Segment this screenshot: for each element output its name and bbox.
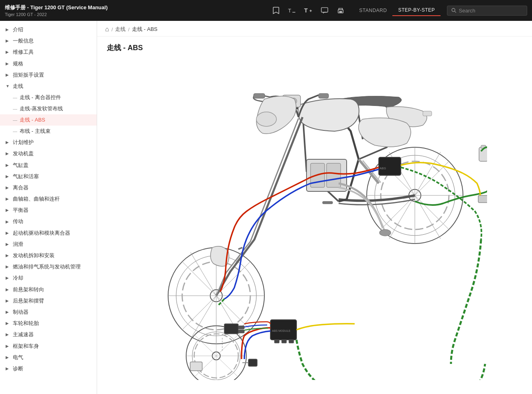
sidebar-item-front-suspension[interactable]: ▶ 前悬架和转向 [0, 284, 97, 295]
comment-icon[interactable] [318, 5, 331, 16]
arrow-icon: ▶ [6, 162, 10, 168]
sidebar-sub-routing-vapor[interactable]: — 走线-蒸发软管布线 [0, 103, 97, 114]
sidebar-sub-routing-clutch[interactable]: — 走线 - 离合器控件 [0, 92, 97, 103]
arrow-icon: ▶ [6, 275, 10, 281]
dash-icon: — [13, 95, 17, 100]
diagram-area: ABS [107, 59, 522, 388]
sidebar-item-general-info[interactable]: ▶ 一般信息 [0, 35, 97, 47]
sidebar-label: 发动机盖 [13, 150, 34, 157]
svg-rect-56 [190, 362, 202, 371]
sidebar-label: 曲轴箱、曲轴和连杆 [13, 195, 60, 203]
svg-line-9 [455, 11, 456, 13]
sidebar-label: 离合器 [13, 184, 28, 191]
sidebar-label: 冷却 [13, 274, 23, 282]
svg-rect-64 [282, 340, 286, 343]
sidebar-label: 后悬架和摆臂 [13, 297, 44, 305]
arrow-icon: ▶ [6, 343, 10, 349]
sidebar-item-final-drive[interactable]: ▶ 主减速器 [0, 329, 97, 340]
sidebar-item-clutch[interactable]: ▶ 离合器 [0, 182, 97, 193]
sidebar-item-fuel-exhaust[interactable]: ▶ 燃油和排气系统与发动机管理 [0, 261, 97, 272]
arrow-icon: ▶ [6, 253, 10, 258]
sidebar-item-torque[interactable]: ▶ 扭矩扳手设置 [0, 69, 97, 81]
sidebar-label: 一般信息 [13, 37, 34, 45]
sidebar-item-crankshaft[interactable]: ▶ 曲轴箱、曲轴和连杆 [0, 193, 97, 205]
sidebar-item-cylinder-piston[interactable]: ▶ 气缸和活塞 [0, 171, 97, 182]
svg-rect-65 [289, 340, 294, 343]
svg-rect-34 [254, 93, 265, 98]
arrow-icon: ▶ [6, 185, 10, 191]
home-icon[interactable]: ⌂ [105, 26, 109, 33]
sidebar-sub-routing-main[interactable]: — 布线 - 主线束 [0, 126, 97, 137]
sidebar-item-engine-removal[interactable]: ▶ 发动机拆卸和安装 [0, 250, 97, 261]
sidebar-item-transmission[interactable]: ▶ 传动 [0, 216, 97, 227]
breadcrumb-separator: / [112, 26, 113, 32]
sidebar-label: 前悬架和转向 [13, 286, 44, 293]
sidebar-label: 计划维护 [13, 139, 34, 146]
sidebar-item-starter-clutch[interactable]: ▶ 起动机驱动和模块离合器 [0, 227, 97, 239]
svg-rect-41 [423, 111, 432, 116]
arrow-icon: ▶ [6, 366, 10, 372]
font-increase-icon[interactable]: T [301, 5, 315, 16]
sidebar-item-frame-body[interactable]: ▶ 框架和车身 [0, 341, 97, 352]
sidebar: ▶ 介绍 ▶ 一般信息 ▶ 维修工具 ▶ 规格 ▶ 扭矩扳手设置 ▼ 走线 — … [0, 21, 97, 394]
sidebar-label: 燃油和排气系统与发动机管理 [13, 263, 81, 270]
sidebar-label: 维修工具 [13, 49, 34, 56]
sidebar-item-planned-maintenance[interactable]: ▶ 计划维护 [0, 137, 97, 148]
sidebar-item-specs[interactable]: ▶ 规格 [0, 58, 97, 69]
svg-rect-7 [339, 11, 342, 13]
svg-rect-63 [274, 340, 279, 343]
breadcrumb-routing[interactable]: 走线 [115, 26, 126, 33]
arrow-icon: ▶ [6, 61, 10, 67]
sidebar-item-cooling[interactable]: ▶ 冷却 [0, 272, 97, 284]
sidebar-item-repair-tools[interactable]: ▶ 维修工具 [0, 47, 97, 58]
svg-rect-57 [224, 324, 238, 334]
arrow-icon: ▶ [6, 72, 10, 78]
svg-text:ABS: ABS [380, 167, 386, 170]
page-title-area: 走线 - ABS [107, 43, 522, 53]
dash-icon: — [13, 129, 17, 134]
sidebar-item-engine-cover[interactable]: ▶ 发动机盖 [0, 148, 97, 159]
sidebar-label: 车轮和轮胎 [13, 320, 39, 327]
main-content: ⌂ / 走线 / 走线 - ABS 走线 - ABS [97, 21, 532, 394]
tab-step-by-step[interactable]: STEP-BY-STEP [392, 5, 441, 16]
sidebar-sub-routing-abs[interactable]: — 走线 - ABS [0, 114, 97, 126]
arrow-icon: ▶ [6, 309, 10, 315]
svg-rect-35 [319, 93, 329, 98]
sidebar-label: 传动 [13, 218, 23, 225]
sidebar-item-diagnostics[interactable]: ▶ 诊断 [0, 363, 97, 374]
sidebar-sub-label: 走线-蒸发软管布线 [20, 105, 63, 112]
sidebar-label: 诊断 [13, 365, 23, 372]
sidebar-label: 平衡器 [13, 207, 28, 214]
svg-rect-42 [323, 201, 333, 204]
app-subtitle: Tiger 1200 GT - 2022 [5, 12, 270, 17]
bookmark-icon[interactable] [270, 5, 282, 16]
header-icon-group: T T [270, 5, 347, 16]
svg-rect-58 [238, 326, 244, 329]
font-decrease-icon[interactable]: T [285, 5, 298, 16]
svg-point-8 [452, 8, 455, 12]
search-box [447, 6, 527, 16]
sidebar-item-electrical[interactable]: ▶ 电气 [0, 352, 97, 363]
sidebar-item-brakes[interactable]: ▶ 制动器 [0, 307, 97, 318]
sidebar-item-cylinder-head[interactable]: ▶ 气缸盖 [0, 160, 97, 171]
motorcycle-abs-diagram: ABS [142, 59, 487, 380]
sidebar-item-lubrication[interactable]: ▶ 润滑 [0, 239, 97, 250]
sidebar-item-rear-suspension[interactable]: ▶ 后悬架和摆臂 [0, 295, 97, 307]
sidebar-item-balancer[interactable]: ▶ 平衡器 [0, 205, 97, 216]
sidebar-label: 主减速器 [13, 331, 34, 338]
svg-rect-33 [327, 163, 341, 187]
arrow-icon: ▶ [6, 298, 10, 304]
sidebar-sub-label: 布线 - 主线束 [20, 128, 51, 135]
layout: ▶ 介绍 ▶ 一般信息 ▶ 维修工具 ▶ 规格 ▶ 扭矩扳手设置 ▼ 走线 — … [0, 21, 532, 394]
sidebar-item-intro[interactable]: ▶ 介绍 [0, 24, 97, 35]
sidebar-label: 介绍 [13, 26, 23, 33]
tab-standard[interactable]: STANDARD [353, 5, 392, 16]
breadcrumb-current: 走线 - ABS [132, 26, 158, 33]
view-tabs: STANDARD STEP-BY-STEP [353, 5, 441, 16]
sidebar-item-routing[interactable]: ▼ 走线 [0, 81, 97, 92]
sidebar-item-wheels-tires[interactable]: ▶ 车轮和轮胎 [0, 318, 97, 329]
search-input[interactable] [459, 8, 523, 14]
sidebar-label: 电气 [13, 354, 23, 361]
print-icon[interactable] [334, 5, 347, 16]
app-title: 维修手册 - Tiger 1200 GT (Service Manual) [5, 4, 270, 11]
